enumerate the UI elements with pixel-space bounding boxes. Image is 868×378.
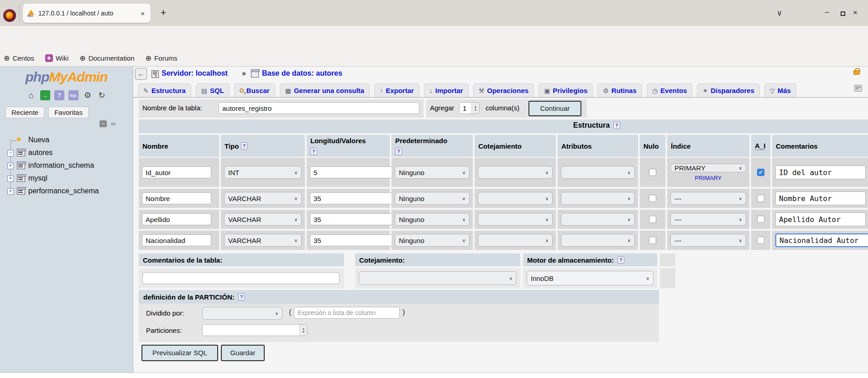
column-index-select[interactable]: PRIMARY∨ bbox=[670, 164, 746, 172]
column-comment-input-focused[interactable] bbox=[775, 233, 868, 247]
firefox-logo-icon[interactable] bbox=[3, 9, 16, 22]
continue-button[interactable]: Continuar bbox=[528, 101, 581, 116]
add-columns-stepper[interactable]: ▴▾ bbox=[459, 102, 480, 114]
column-index-select[interactable]: ---∨ bbox=[670, 234, 746, 247]
tab-estructura[interactable]: ✎Estructura bbox=[138, 83, 191, 97]
tab-mas[interactable]: ▽Más bbox=[764, 83, 796, 97]
auto-increment-checkbox[interactable] bbox=[757, 195, 764, 202]
column-type-select[interactable]: INT∨ bbox=[224, 166, 302, 179]
table-name-input[interactable] bbox=[219, 102, 419, 114]
column-comment-input[interactable] bbox=[775, 192, 866, 205]
column-index-select[interactable]: ---∨ bbox=[670, 192, 746, 205]
column-collation-select[interactable]: ∨ bbox=[478, 234, 553, 247]
column-default-select[interactable]: Ninguno∨ bbox=[395, 192, 470, 205]
auto-increment-checkbox[interactable] bbox=[757, 216, 764, 223]
tree-item-information-schema[interactable]: + information_schema bbox=[0, 160, 133, 172]
column-default-select[interactable]: Ninguno∨ bbox=[395, 166, 470, 179]
new-tab-button[interactable]: + bbox=[157, 6, 170, 19]
tab-close-icon[interactable]: × bbox=[139, 10, 146, 17]
breadcrumb-server-link[interactable]: Servidor: localhost bbox=[162, 69, 228, 78]
tree-item-autores[interactable]: − autores bbox=[0, 147, 133, 160]
tab-disparadores[interactable]: ✴Disparadores bbox=[697, 83, 760, 97]
logout-icon[interactable]: → bbox=[40, 90, 50, 100]
column-type-select[interactable]: VARCHAR∨ bbox=[224, 234, 302, 247]
partition-by-select[interactable]: ∨ bbox=[202, 307, 282, 320]
auto-increment-checkbox[interactable] bbox=[757, 237, 764, 244]
partitions-count-input[interactable] bbox=[203, 325, 299, 336]
column-attributes-select[interactable]: ∨ bbox=[561, 192, 635, 205]
column-name-input[interactable] bbox=[142, 166, 211, 178]
tab-operaciones[interactable]: ⚒Operaciones bbox=[473, 83, 534, 97]
column-default-select[interactable]: Ninguno∨ bbox=[395, 213, 470, 226]
column-name-input[interactable] bbox=[142, 213, 211, 225]
phpmyadmin-logo[interactable]: phpMyAdmin bbox=[0, 67, 133, 85]
tab-importar[interactable]: ↓Importar bbox=[424, 83, 469, 97]
column-type-select[interactable]: VARCHAR∨ bbox=[224, 192, 302, 205]
add-columns-count-input[interactable] bbox=[460, 103, 471, 114]
null-checkbox[interactable] bbox=[649, 195, 656, 202]
partition-expression-input[interactable] bbox=[294, 307, 400, 319]
column-index-select[interactable]: ---∨ bbox=[670, 213, 746, 226]
tab-sql[interactable]: ▤SQL bbox=[196, 83, 230, 97]
bookmark-item-documentation[interactable]: ⊕ Documentation bbox=[79, 54, 134, 62]
help-icon[interactable]: ? bbox=[395, 148, 402, 155]
bookmark-item-forums[interactable]: ⊕ Forums bbox=[146, 54, 178, 62]
list-tabs-chevron-icon[interactable]: ∨ bbox=[774, 8, 785, 18]
window-close-button[interactable]: × bbox=[850, 8, 861, 17]
home-icon[interactable]: ⌂ bbox=[26, 90, 36, 100]
save-button[interactable]: Guardar bbox=[221, 345, 265, 361]
favorite-tables-button[interactable]: Favoritas bbox=[48, 107, 89, 118]
column-type-select[interactable]: VARCHAR∨ bbox=[224, 213, 302, 226]
stepper-chevrons-icon[interactable]: ▴▾ bbox=[299, 325, 307, 336]
link-databases-icon[interactable]: ∞ bbox=[111, 120, 115, 127]
collapse-expander[interactable]: − bbox=[7, 150, 14, 156]
help-icon[interactable]: ? bbox=[613, 122, 620, 129]
horizontal-scroll-area[interactable] bbox=[0, 373, 868, 378]
collapse-all-icon[interactable]: − bbox=[99, 120, 107, 127]
sql-window-icon[interactable]: SQL bbox=[68, 90, 78, 100]
column-attributes-select[interactable]: ∨ bbox=[561, 213, 635, 226]
tab-exportar[interactable]: ↑Exportar bbox=[374, 83, 419, 97]
expand-expander[interactable]: + bbox=[7, 176, 14, 182]
help-icon[interactable]: ? bbox=[54, 90, 64, 100]
column-default-select[interactable]: Ninguno∨ bbox=[395, 234, 470, 247]
tab-privilegios[interactable]: ▣Privilegios bbox=[539, 83, 593, 97]
null-checkbox[interactable] bbox=[649, 216, 656, 223]
auto-increment-checkbox[interactable]: ✓ bbox=[757, 169, 764, 176]
preview-sql-button[interactable]: Previsualizar SQL bbox=[141, 345, 218, 361]
help-icon[interactable]: ? bbox=[310, 148, 317, 155]
column-attributes-select[interactable]: ∨ bbox=[561, 166, 635, 179]
column-collation-select[interactable]: ∨ bbox=[478, 192, 553, 205]
null-checkbox[interactable] bbox=[649, 237, 656, 244]
tab-buscar[interactable]: Buscar bbox=[234, 83, 275, 97]
tab-rutinas[interactable]: ⚙Rutinas bbox=[597, 83, 642, 97]
column-collation-select[interactable]: ∨ bbox=[478, 166, 553, 179]
column-comment-input[interactable] bbox=[775, 166, 866, 179]
column-collation-select[interactable]: ∨ bbox=[478, 213, 553, 226]
tab-generar-consulta[interactable]: ▦Generar una consulta bbox=[280, 83, 370, 97]
column-comment-input[interactable] bbox=[775, 212, 866, 226]
column-attributes-select[interactable]: ∨ bbox=[561, 234, 635, 247]
window-minimize-button[interactable]: − bbox=[821, 8, 832, 17]
column-name-input[interactable] bbox=[142, 234, 211, 246]
settings-gear-icon[interactable]: ⚙ bbox=[83, 90, 93, 100]
refresh-icon[interactable]: ↻ bbox=[97, 90, 107, 100]
help-icon[interactable]: ? bbox=[238, 293, 245, 300]
tree-item-new-database[interactable]: ✷ Nueva bbox=[0, 134, 133, 147]
tab-eventos[interactable]: ◷Eventos bbox=[647, 83, 693, 97]
column-name-input[interactable] bbox=[142, 192, 211, 204]
help-icon[interactable]: ? bbox=[617, 256, 624, 264]
tree-item-performance-schema[interactable]: + performance_schema bbox=[0, 185, 133, 198]
expand-expander[interactable]: + bbox=[7, 188, 14, 195]
stepper-chevrons-icon[interactable]: ▴▾ bbox=[471, 103, 479, 114]
partitions-stepper[interactable]: ▴▾ bbox=[202, 324, 308, 336]
null-checkbox[interactable] bbox=[649, 169, 656, 176]
collapse-navigation-button[interactable]: ← bbox=[135, 68, 147, 80]
table-comments-input[interactable] bbox=[142, 272, 340, 284]
help-icon[interactable]: ? bbox=[241, 142, 248, 150]
window-maximize-button[interactable] bbox=[841, 11, 845, 16]
expand-expander[interactable]: + bbox=[7, 163, 14, 169]
table-collation-select[interactable]: ∨ bbox=[359, 271, 517, 285]
bookmark-item-centos[interactable]: ⊕ Centos bbox=[4, 54, 34, 62]
tree-item-mysql[interactable]: + mysql bbox=[0, 172, 133, 185]
